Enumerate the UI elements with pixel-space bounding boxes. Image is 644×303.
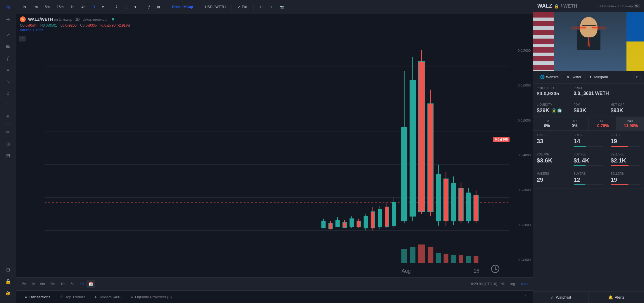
tab-transactions[interactable]: ≡ Transactions (20, 291, 55, 303)
laser-eyes (571, 27, 606, 29)
trend-line-icon[interactable]: ↗ (3, 30, 13, 40)
timeframe-5m-btn[interactable]: 5m (42, 3, 52, 11)
lock-icons: 🔒 🔄 (552, 108, 562, 113)
lock-price-icon[interactable]: 🔒 (3, 276, 13, 287)
auto-toggle-btn[interactable]: auto (519, 281, 529, 287)
table-expand-btn[interactable]: ⌃ (522, 294, 529, 300)
pair-name: WALZ/WETH on Uniswap · 1D · dexscreener.… (28, 17, 109, 22)
makers-label: MAKERS (537, 172, 566, 175)
token-pair: / WETH (561, 4, 577, 9)
period-24h-cell[interactable]: 24H -11.90% (616, 117, 644, 130)
right-bottom: ☆ Watchlist 🔔 Alerts (533, 291, 644, 303)
full-btn[interactable]: ⤢ Full (235, 3, 250, 11)
line-chart-btn[interactable]: ⌇ (113, 3, 120, 11)
more-tools-btn[interactable]: ⋯ (289, 3, 297, 11)
liquidity-icon: ≡ (131, 295, 133, 299)
person-head (580, 17, 598, 37)
price-usd-value: $0.079305 (537, 91, 566, 97)
period-5d-btn[interactable]: 5d (68, 281, 77, 287)
wave-icon[interactable]: ∿ (3, 76, 13, 87)
chart-type-dropdown-btn[interactable]: ▾ (132, 3, 139, 11)
redo-btn[interactable]: ↪ (267, 3, 275, 11)
left-toolbar: ⊕ ✛ ↗ fib ƒ ≡ ∿ ⌂ T ☺ ✏ ⊕ ⊟ ⊟ 🔒 🔐 (0, 0, 16, 303)
percent-toggle-btn[interactable]: % (500, 281, 506, 287)
twitter-btn[interactable]: ✕ Twitter (563, 73, 584, 81)
timeframe-d-btn[interactable]: D (90, 3, 97, 11)
gann-icon[interactable]: ƒ (3, 53, 13, 63)
chart-content[interactable]: ^ 0.0₆7000 0.0₆6000 0.0₆5000 0.0₆4000 0.… (16, 33, 533, 277)
add-chart-icon[interactable]: ⊕ (3, 2, 13, 13)
buyers-value: 12 (574, 176, 603, 183)
holders-icon: ♦ (95, 295, 97, 299)
period-1h-cell[interactable]: 1H 0% (561, 117, 589, 130)
period-5y-btn[interactable]: 5y (20, 281, 28, 287)
txns-label: TXNS (537, 134, 566, 137)
telegram-btn[interactable]: ✈ Telegram (586, 73, 611, 81)
period-1m-btn[interactable]: 1m (58, 281, 68, 287)
calendar-btn[interactable]: 📅 (87, 280, 95, 288)
period-1y-btn[interactable]: 1y (29, 281, 37, 287)
version-badge: v2 (634, 4, 640, 8)
tab-liquidity[interactable]: ≡ Liquidity Providers (3) (126, 291, 177, 303)
tab-top-traders[interactable]: ☆ Top Traders (55, 291, 90, 303)
undo-btn[interactable]: ↩ (257, 3, 265, 11)
snapshot-btn[interactable]: 📷 (277, 3, 286, 11)
ruler-icon[interactable]: ⌂ (3, 88, 13, 98)
timeframe-4h-btn[interactable]: 4h (79, 3, 88, 11)
brush-icon[interactable]: ✏ (3, 127, 13, 137)
liquidity-cell: LIQUIDITY $29K 🔒 🔄 (533, 100, 570, 117)
usd-weth-btn[interactable]: USD / WETH (203, 3, 228, 11)
alerts-btn[interactable]: 🔔 Alerts (589, 292, 644, 303)
period-1d-btn[interactable]: 1d (77, 281, 86, 287)
current-price-label: 0.0₉9305 (493, 137, 510, 142)
table-collapse-btn[interactable]: — (511, 294, 519, 300)
pattern-icon[interactable]: ≡ (3, 65, 13, 75)
volume-bar: Volume 1.195K (20, 28, 529, 32)
timeframe-15m-btn[interactable]: 15m (54, 3, 66, 11)
buy-vol-label: BUY VOL (574, 153, 603, 156)
liquidity-label: LIQUIDITY (537, 103, 566, 106)
top-bar: 1s 1m 5m 15m 1h 4h D ▾ ⌇ ⊞ ▾ ƒ ⊞ Price /… (16, 0, 533, 14)
timeframe-1s-btn[interactable]: 1s (20, 3, 28, 11)
dex-icon: ⟡ (617, 4, 619, 8)
pair-logo: W (20, 16, 26, 22)
sell-vol-label: SELL VOL (611, 153, 640, 156)
price-mcap-btn[interactable]: Price / MCap (170, 3, 195, 11)
text-icon[interactable]: T (3, 100, 13, 110)
log-toggle-btn[interactable]: log (509, 281, 517, 287)
period-5m-cell[interactable]: 5M 0% (533, 117, 561, 130)
price-weth-value: 0.0103601 WETH (574, 91, 640, 97)
indicators-btn[interactable]: ƒ (146, 3, 153, 11)
lock-icon[interactable]: 🔐 (3, 288, 13, 298)
buy-vol-value: $1.4K (574, 157, 603, 164)
tab-holders[interactable]: ♦ Holders (406) (90, 291, 126, 303)
timeframe-1h-btn[interactable]: 1h (68, 3, 77, 11)
timeframe-dropdown-btn[interactable]: ▾ (100, 3, 106, 11)
more-socials-btn[interactable]: ▾ (633, 73, 640, 81)
templates-btn[interactable]: ⊞ (155, 3, 162, 11)
open-value: O0.0₉9584 (20, 23, 37, 27)
candle-chart-btn[interactable]: ⊞ (122, 3, 130, 11)
high-value: H0.0₉9501 (40, 23, 57, 27)
watchlist-btn[interactable]: ☆ Watchlist (533, 292, 589, 303)
emoji-icon[interactable]: ☺ (3, 111, 13, 122)
buys-value: 14 (574, 138, 603, 145)
sell-vol-value: $2.1K (611, 157, 640, 164)
period-3m-btn[interactable]: 3m (48, 281, 58, 287)
timeframe-1m-btn[interactable]: 1m (31, 3, 40, 11)
layout-icon[interactable]: ⊟ (3, 264, 13, 275)
period-6h-cell[interactable]: 6H -0.79% (589, 117, 617, 130)
ethereum-icon: ⬡ (596, 4, 599, 8)
dex-label[interactable]: Uniswap (620, 4, 633, 8)
fdv-value: $93K (574, 108, 603, 114)
crosshair-icon[interactable]: ✛ (3, 14, 13, 25)
star-icon: ☆ (550, 295, 554, 299)
zoom-in-icon[interactable]: ⊕ (3, 138, 13, 149)
fib-icon[interactable]: fib (3, 41, 13, 52)
period-6m-btn[interactable]: 6m (38, 281, 47, 287)
zoom-out-icon[interactable]: ⊟ (3, 150, 13, 161)
collapse-btn[interactable]: ^ (19, 36, 26, 41)
sell-vol-progress (611, 165, 640, 166)
website-btn[interactable]: 🌐 Website (537, 73, 562, 81)
network-label[interactable]: Ethereum (600, 4, 614, 8)
